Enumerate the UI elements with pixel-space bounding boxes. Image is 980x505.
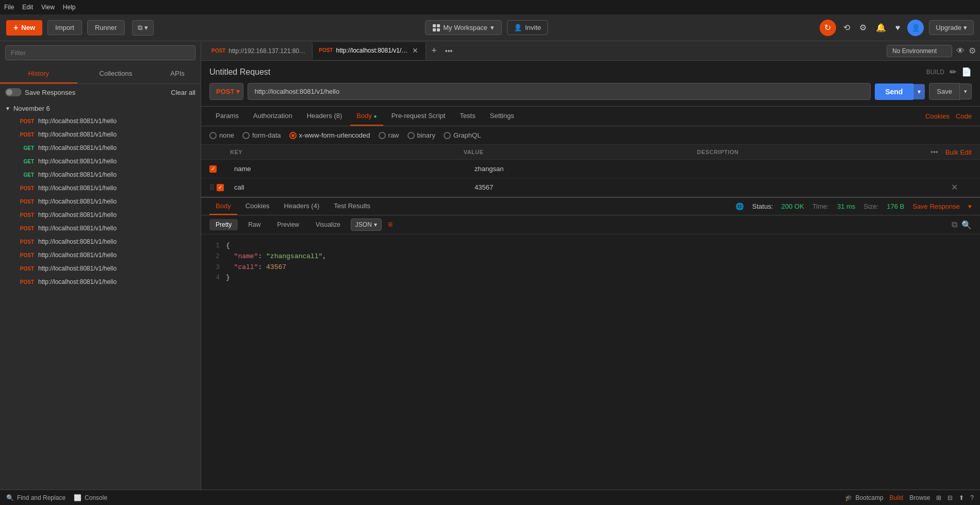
tab-apis[interactable]: APIs (154, 64, 201, 83)
eye-icon[interactable]: 👁 (956, 46, 965, 56)
save-button[interactable]: Save (929, 83, 960, 100)
response-tab-cookies[interactable]: Cookies (239, 198, 276, 215)
clear-all-button[interactable]: Clear all (171, 89, 195, 96)
bootcamp-button[interactable]: 🎓 Bootcamp (845, 494, 884, 501)
code-link[interactable]: Code (956, 112, 972, 120)
env-settings-icon[interactable]: ⚙ (969, 46, 976, 56)
more-tabs-button[interactable]: ••• (442, 43, 456, 59)
sidebar-item[interactable]: POST http://localhost:8081/v1/hello (0, 275, 201, 289)
sidebar-item[interactable]: POST http://localhost:8081/v1/hello (0, 114, 201, 128)
response-tab-test-results[interactable]: Test Results (328, 198, 377, 215)
tab-2[interactable]: POST http://localhost:8081/v1/hello ✕ (313, 42, 426, 60)
layout-icon-1[interactable]: ⊞ (936, 494, 941, 501)
menu-help[interactable]: Help (63, 4, 76, 11)
find-replace-button[interactable]: 🔍 Find and Replace (6, 494, 66, 501)
tab-collections[interactable]: Collections (77, 64, 155, 83)
req-tab-tests[interactable]: Tests (453, 107, 481, 126)
doc-icon[interactable]: 📄 (961, 67, 972, 77)
layout-icon-2[interactable]: ⊟ (948, 494, 953, 501)
build-link[interactable]: Build (890, 494, 904, 501)
invite-button[interactable]: 👤 Invite (507, 20, 548, 35)
req-tab-settings[interactable]: Settings (484, 107, 520, 126)
save-dropdown-button[interactable]: ▾ (960, 83, 972, 99)
edit-icon[interactable]: ✏ (950, 67, 956, 77)
tab-1[interactable]: POST http://192.168.137.121:8083/c... (205, 43, 313, 59)
console-button[interactable]: ⬜ Console (74, 494, 107, 501)
req-tab-params[interactable]: Params (209, 107, 245, 126)
save-responses-toggle[interactable] (5, 88, 22, 96)
url-input[interactable] (248, 83, 871, 100)
cookies-link[interactable]: Cookies (925, 112, 950, 120)
format-pretty-button[interactable]: Pretty (209, 219, 238, 230)
add-tab-button[interactable]: + (426, 41, 442, 60)
row2-description[interactable] (711, 186, 951, 190)
notification-button[interactable]: 🔔 (874, 21, 888, 35)
radio-binary[interactable]: binary (407, 131, 435, 139)
help-icon[interactable]: ? (970, 494, 974, 501)
row1-key[interactable]: name (230, 163, 470, 175)
new-button[interactable]: + New (6, 20, 42, 36)
sidebar-item[interactable]: POST http://localhost:8081/v1/hello (0, 128, 201, 141)
table-more-dots[interactable]: ••• (930, 148, 938, 156)
upload-icon[interactable]: ⬆ (959, 494, 964, 501)
sidebar-item[interactable]: POST http://localhost:8081/v1/hello (0, 222, 201, 235)
upgrade-button[interactable]: Upgrade ▾ (929, 20, 974, 35)
row2-value[interactable]: 43567 (470, 181, 711, 193)
format-visualize-button[interactable]: Visualize (309, 219, 347, 230)
sidebar-item[interactable]: POST http://localhost:8081/v1/hello (0, 181, 201, 195)
environment-select[interactable]: No Environment (887, 45, 952, 57)
sidebar-item[interactable]: POST http://localhost:8081/v1/hello (0, 248, 201, 262)
sidebar-item[interactable]: POST http://localhost:8081/v1/hello (0, 235, 201, 248)
req-tab-pre-request[interactable]: Pre-request Script (385, 107, 452, 126)
radio-graphql[interactable]: GraphQL (444, 131, 481, 139)
response-tab-body[interactable]: Body (209, 198, 237, 215)
row1-value[interactable]: zhangsan (470, 163, 711, 175)
format-raw-button[interactable]: Raw (242, 219, 267, 230)
menu-view[interactable]: View (41, 4, 55, 11)
method-select[interactable]: POST ▾ (209, 83, 243, 100)
viewport-button[interactable]: ⧉ ▾ (132, 20, 154, 36)
sidebar-item[interactable]: POST http://localhost:8081/v1/hello (0, 195, 201, 208)
tab2-close-icon[interactable]: ✕ (411, 46, 419, 55)
search-icon[interactable]: 🔍 (961, 220, 972, 230)
row1-checkbox[interactable] (209, 165, 217, 173)
workspace-button[interactable]: My Workspace ▾ (425, 20, 502, 35)
settings-button[interactable]: ⚙ (857, 21, 869, 35)
sidebar-item[interactable]: GET http://localhost:8081/v1/hello (0, 141, 201, 155)
copy-icon[interactable]: ⧉ (952, 220, 957, 230)
row2-delete-icon[interactable]: ✕ (951, 183, 958, 192)
tab-history[interactable]: History (0, 64, 77, 83)
row2-key[interactable]: call (230, 181, 470, 193)
menu-edit[interactable]: Edit (22, 4, 33, 11)
bulk-edit-button[interactable]: Bulk Edit (945, 148, 972, 156)
row1-description[interactable] (711, 167, 951, 171)
sidebar-item[interactable]: POST http://localhost:8081/v1/hello (0, 208, 201, 222)
row2-checkbox[interactable] (217, 184, 224, 191)
radio-none[interactable]: none (209, 131, 234, 139)
avatar-button[interactable]: 👤 (907, 20, 924, 36)
save-response-chevron-icon[interactable]: ▾ (968, 203, 972, 210)
radio-raw[interactable]: raw (379, 131, 399, 139)
sidebar-item[interactable]: POST http://localhost:8081/v1/hello (0, 262, 201, 275)
radio-x-www[interactable]: x-www-form-urlencoded (289, 131, 370, 139)
sidebar-group-november6[interactable]: ▼ November 6 (0, 100, 201, 114)
heart-button[interactable]: ♥ (893, 21, 903, 35)
drag-handle-icon[interactable]: ⠿ (209, 183, 215, 192)
sidebar-item[interactable]: GET http://localhost:8081/v1/hello (0, 168, 201, 181)
req-tab-authorization[interactable]: Authorization (247, 107, 299, 126)
search-input[interactable] (5, 45, 195, 60)
req-tab-body[interactable]: Body ● (350, 107, 383, 126)
history-icon-button[interactable]: ⟲ (841, 21, 852, 35)
browse-link[interactable]: Browse (909, 494, 930, 501)
radio-form-data[interactable]: form-data (242, 131, 281, 139)
format-icon-button[interactable]: ≡ (388, 220, 393, 229)
import-button[interactable]: Import (47, 20, 82, 35)
send-dropdown-button[interactable]: ▾ (913, 84, 925, 99)
send-button[interactable]: Send (875, 83, 913, 100)
menu-file[interactable]: File (4, 4, 14, 11)
format-json-select[interactable]: JSON ▾ (351, 218, 382, 231)
response-tab-headers[interactable]: Headers (4) (278, 198, 326, 215)
sidebar-item[interactable]: GET http://localhost:8081/v1/hello (0, 155, 201, 168)
save-response-button[interactable]: Save Response (912, 203, 960, 210)
req-tab-headers[interactable]: Headers (8) (301, 107, 349, 126)
